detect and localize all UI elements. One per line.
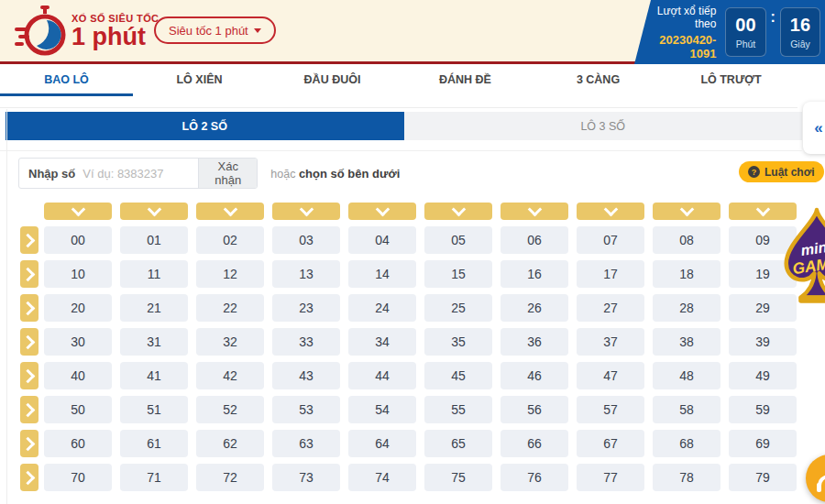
number-cell-31[interactable]: 31 xyxy=(120,328,188,356)
number-cell-65[interactable]: 65 xyxy=(424,430,492,457)
number-cell-23[interactable]: 23 xyxy=(272,294,340,322)
number-cell-03[interactable]: 03 xyxy=(272,226,340,254)
number-cell-21[interactable]: 21 xyxy=(120,294,188,322)
number-cell-60[interactable]: 60 xyxy=(44,430,112,457)
number-cell-33[interactable]: 33 xyxy=(272,328,340,356)
column-select-button-3[interactable] xyxy=(272,203,340,220)
number-cell-79[interactable]: 79 xyxy=(729,464,797,491)
number-cell-47[interactable]: 47 xyxy=(577,362,644,389)
number-cell-12[interactable]: 12 xyxy=(196,260,264,288)
number-cell-02[interactable]: 02 xyxy=(196,226,264,254)
number-cell-36[interactable]: 36 xyxy=(500,328,568,356)
number-cell-35[interactable]: 35 xyxy=(424,328,492,356)
column-select-button-4[interactable] xyxy=(348,203,416,220)
number-cell-32[interactable]: 32 xyxy=(196,328,264,356)
number-cell-76[interactable]: 76 xyxy=(500,464,568,491)
number-cell-55[interactable]: 55 xyxy=(424,396,492,423)
number-cell-49[interactable]: 49 xyxy=(729,362,797,389)
number-cell-04[interactable]: 04 xyxy=(348,226,416,254)
tab-dau-duoi[interactable]: ĐẦU ĐUÔI xyxy=(266,64,399,94)
row-select-button-3[interactable] xyxy=(20,328,38,356)
tab-danh-de[interactable]: ĐÁNH ĐỀ xyxy=(399,64,532,94)
lottery-variant-dropdown[interactable]: Siêu tốc 1 phút xyxy=(154,16,276,44)
number-cell-59[interactable]: 59 xyxy=(729,396,797,423)
number-cell-43[interactable]: 43 xyxy=(272,362,340,389)
number-cell-53[interactable]: 53 xyxy=(272,396,340,423)
column-select-button-5[interactable] xyxy=(424,203,492,220)
tab-3-cang[interactable]: 3 CÀNG xyxy=(532,64,665,94)
number-cell-54[interactable]: 54 xyxy=(348,396,416,423)
number-cell-17[interactable]: 17 xyxy=(577,260,644,288)
confirm-button[interactable]: Xác nhận xyxy=(198,159,257,188)
column-select-button-1[interactable] xyxy=(120,203,188,220)
row-select-button-7[interactable] xyxy=(20,464,38,491)
mini-game-badge[interactable]: mini GAME xyxy=(776,203,825,315)
column-select-button-6[interactable] xyxy=(500,203,568,220)
number-cell-62[interactable]: 62 xyxy=(196,430,264,457)
number-cell-14[interactable]: 14 xyxy=(348,260,416,288)
number-cell-73[interactable]: 73 xyxy=(272,464,340,491)
number-cell-72[interactable]: 72 xyxy=(196,464,264,491)
number-cell-22[interactable]: 22 xyxy=(196,294,264,322)
number-cell-30[interactable]: 30 xyxy=(44,328,112,356)
number-cell-71[interactable]: 71 xyxy=(120,464,188,491)
number-cell-58[interactable]: 58 xyxy=(653,396,720,423)
row-select-button-6[interactable] xyxy=(20,430,38,457)
number-cell-74[interactable]: 74 xyxy=(348,464,416,491)
row-select-button-1[interactable] xyxy=(20,260,38,288)
number-cell-69[interactable]: 69 xyxy=(729,430,797,457)
number-cell-08[interactable]: 08 xyxy=(653,226,720,254)
number-cell-27[interactable]: 27 xyxy=(577,294,644,322)
number-cell-68[interactable]: 68 xyxy=(653,430,720,457)
number-cell-75[interactable]: 75 xyxy=(424,464,492,491)
number-cell-61[interactable]: 61 xyxy=(120,430,188,457)
number-cell-64[interactable]: 64 xyxy=(348,430,416,457)
rules-button[interactable]: ? Luật chơi xyxy=(739,161,824,182)
number-cell-20[interactable]: 20 xyxy=(44,294,112,322)
number-cell-66[interactable]: 66 xyxy=(500,430,568,457)
number-cell-46[interactable]: 46 xyxy=(500,362,568,389)
number-cell-40[interactable]: 40 xyxy=(44,362,112,389)
number-cell-48[interactable]: 48 xyxy=(653,362,720,389)
number-cell-01[interactable]: 01 xyxy=(120,226,188,254)
column-select-button-7[interactable] xyxy=(577,203,644,220)
number-cell-78[interactable]: 78 xyxy=(653,464,720,491)
number-cell-07[interactable]: 07 xyxy=(577,226,644,254)
number-input[interactable] xyxy=(75,159,198,188)
number-cell-51[interactable]: 51 xyxy=(120,396,188,423)
number-cell-26[interactable]: 26 xyxy=(500,294,568,322)
number-cell-05[interactable]: 05 xyxy=(424,226,492,254)
number-cell-34[interactable]: 34 xyxy=(348,328,416,356)
number-cell-13[interactable]: 13 xyxy=(272,260,340,288)
number-cell-41[interactable]: 41 xyxy=(120,362,188,389)
row-select-button-2[interactable] xyxy=(20,294,38,322)
subtab-lo-2-so[interactable]: LÔ 2 SỐ xyxy=(6,112,404,140)
number-cell-57[interactable]: 57 xyxy=(577,396,644,423)
row-select-button-4[interactable] xyxy=(20,362,38,389)
number-cell-00[interactable]: 00 xyxy=(44,226,112,254)
number-cell-15[interactable]: 15 xyxy=(424,260,492,288)
number-cell-44[interactable]: 44 xyxy=(348,362,416,389)
number-cell-42[interactable]: 42 xyxy=(196,362,264,389)
number-cell-28[interactable]: 28 xyxy=(653,294,720,322)
number-cell-06[interactable]: 06 xyxy=(500,226,568,254)
number-cell-50[interactable]: 50 xyxy=(44,396,112,423)
number-cell-37[interactable]: 37 xyxy=(577,328,644,356)
collapse-panel-button[interactable]: « xyxy=(803,102,825,154)
number-cell-77[interactable]: 77 xyxy=(577,464,644,491)
column-select-button-2[interactable] xyxy=(196,203,264,220)
number-cell-56[interactable]: 56 xyxy=(500,396,568,423)
row-select-button-5[interactable] xyxy=(20,396,38,423)
column-select-button-8[interactable] xyxy=(653,203,720,220)
number-cell-11[interactable]: 11 xyxy=(120,260,188,288)
number-cell-45[interactable]: 45 xyxy=(424,362,492,389)
number-cell-38[interactable]: 38 xyxy=(653,328,720,356)
number-cell-39[interactable]: 39 xyxy=(729,328,797,356)
number-cell-18[interactable]: 18 xyxy=(653,260,720,288)
tab-lo-xien[interactable]: LÔ XIÊN xyxy=(133,64,266,94)
support-button[interactable] xyxy=(806,455,825,502)
subtab-lo-3-so[interactable]: LÔ 3 SỐ xyxy=(404,112,803,140)
tab-lo-truot[interactable]: LÔ TRƯỢT xyxy=(665,64,798,94)
number-cell-70[interactable]: 70 xyxy=(44,464,112,491)
tab-bao-lo[interactable]: BAO LÔ xyxy=(0,64,133,94)
